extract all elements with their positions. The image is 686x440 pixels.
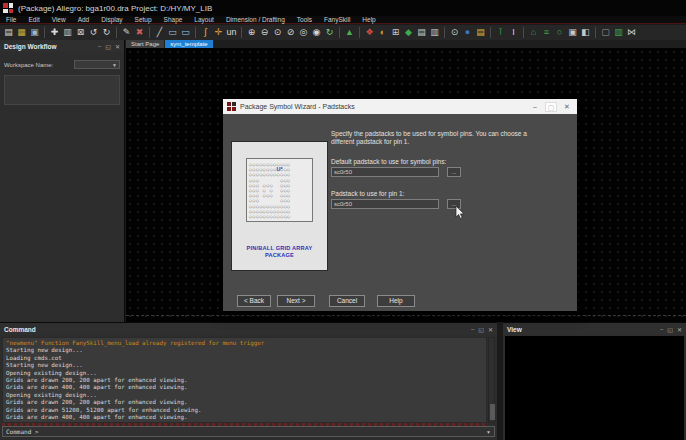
toolbar-separator [444,27,445,38]
zoom-previous-icon[interactable]: ◉ [310,26,323,39]
pin-icon[interactable]: ✎ [120,26,133,39]
pin1-padstack-input[interactable] [331,199,439,209]
menu-setup[interactable]: Setup [129,16,158,23]
menu-tools[interactable]: Tools [291,16,318,23]
move-icon[interactable]: ✛ [212,26,225,39]
add-icon[interactable]: ✚ [48,26,61,39]
command-log: "newmenu" Function FanySkill_menu_load a… [2,337,487,423]
toolbar-separator [595,27,596,38]
edit-text-icon[interactable]: ▭ [179,26,192,39]
next-button[interactable]: Next > [277,295,315,307]
log-line: Opening existing design... [6,392,483,399]
menu-help[interactable]: Help [356,16,381,23]
dialog-titlebar[interactable]: Package Symbol Wizard - Padstacks – ▢ ✕ [223,99,577,114]
default-padstack-browse-button[interactable]: ... [447,167,461,177]
list-icon[interactable]: ≡ [540,26,553,39]
zoom-out-icon[interactable]: ⊖ [258,26,271,39]
color-wheel-icon[interactable]: ◐ [376,26,389,39]
zoom-in-icon[interactable]: ⊕ [245,26,258,39]
workspace-name-select[interactable]: ▼ [74,60,120,69]
zcopy-icon[interactable]: ▲ [343,26,356,39]
pin1-padstack-label: Padstack to use for pin 1: [331,190,404,197]
delete-icon[interactable]: ⊠ [74,26,87,39]
tab-start-page[interactable]: Start Page [126,40,164,48]
shadow-mode-icon[interactable]: ● [461,26,474,39]
minimize-icon[interactable]: – [660,326,663,332]
add-text-icon[interactable]: ▭ [166,26,179,39]
undo-icon[interactable]: ↺ [87,26,100,39]
minimize-icon[interactable]: – [98,43,101,49]
log-line: Loading cmds.cot [6,355,483,362]
preview-caption: PIN/BALL GRID ARRAY PACKAGE [232,245,327,258]
film-icon[interactable]: ⋈ [625,26,638,39]
dialog-maximize-icon[interactable]: ▢ [545,102,557,112]
spline-icon[interactable]: ʃ [199,26,212,39]
camera-icon[interactable]: ▢ [599,26,612,39]
text-tool-icon[interactable]: I [507,26,520,39]
help-button[interactable]: Help [377,295,415,307]
zoom-fit-icon[interactable]: ⊘ [284,26,297,39]
tab-sym-template[interactable]: sym_template [165,40,212,48]
toolbar-separator [44,27,45,38]
clipboard-icon[interactable]: ▥ [612,26,625,39]
board-icon[interactable]: ▤ [474,26,487,39]
new-drawing-icon[interactable]: ▤ [2,26,15,39]
add-line-icon[interactable]: ╱ [153,26,166,39]
tab-strip: Start Pagesym_template [126,40,686,48]
float-icon[interactable]: ◱ [667,326,673,333]
layers-icon[interactable]: ◆ [402,26,415,39]
back-button[interactable]: < Back [237,295,271,307]
menu-layout[interactable]: Layout [188,16,220,23]
visibility-icon[interactable]: ⊙ [448,26,461,39]
menu-shape[interactable]: Shape [158,16,189,23]
dialog-close-icon[interactable]: ✕ [561,103,573,111]
log-scrollbar-thumb[interactable] [490,404,495,420]
unrats-icon[interactable]: un [225,26,238,39]
save-drawing-icon[interactable]: ▣ [28,26,41,39]
design-workflow-header: Design Workflow – ◱ ✕ [0,40,124,52]
contrast-icon[interactable]: ◧ [579,26,592,39]
command-prompt[interactable]: Command > ▼ [2,426,495,437]
pin-tool-icon[interactable]: ⊺ [494,26,507,39]
log-line: Grids are drawn 400, 400 apart for enhan… [6,414,483,421]
log-scrollbar[interactable] [488,337,495,423]
menu-dimension-drafting[interactable]: Dimension / Drafting [220,16,291,23]
default-padstack-label: Default padstack to use for symbol pins: [331,158,446,165]
package-symbol-wizard-dialog: Package Symbol Wizard - Padstacks – ▢ ✕ … [222,98,578,312]
menu-fanyskill[interactable]: FanySkill [318,16,356,23]
close-icon[interactable]: ✕ [488,326,493,333]
close-icon[interactable]: ✕ [677,326,682,333]
close-icon[interactable]: ✕ [115,43,120,50]
paste-icon[interactable]: ▥ [61,26,74,39]
float-icon[interactable]: ◱ [478,326,484,333]
toolbar: ▤▦▣✚▥⊠↺↻✎✖╱▭▭ʃ✛un⊕⊖⊙⊘◎◉↻▲❖◐⊞◆▤▥⊙●▤⊺I⌂≡○▣… [0,25,686,40]
chevron-down-icon[interactable]: ▼ [486,429,491,435]
color-dialog-icon[interactable]: ❖ [363,26,376,39]
unpin-icon[interactable]: ✖ [133,26,146,39]
redo-icon[interactable]: ↻ [100,26,113,39]
image-icon[interactable]: ▣ [566,26,579,39]
menu-add[interactable]: Add [72,16,96,23]
minimize-icon[interactable]: – [471,326,474,332]
menu-display[interactable]: Display [95,16,128,23]
refdes-label: U* [232,166,327,172]
copy-icon[interactable]: ⊞ [389,26,402,39]
zoom-world-icon[interactable]: ◎ [297,26,310,39]
report-icon[interactable]: ▥ [428,26,441,39]
dialog-minimize-icon[interactable]: – [529,103,541,110]
log-line: Starting new design... [6,362,483,369]
open-drawing-icon[interactable]: ▦ [15,26,28,39]
view-content[interactable] [505,336,684,440]
search-icon[interactable]: ○ [553,26,566,39]
cancel-button[interactable]: Cancel [329,295,365,307]
menu-file[interactable]: File [0,16,22,23]
properties-icon[interactable]: ▤ [415,26,428,39]
float-icon[interactable]: ◱ [105,43,111,50]
zoom-by-points-icon[interactable]: ⊙ [271,26,284,39]
home-icon[interactable]: ⌂ [527,26,540,39]
default-padstack-input[interactable] [331,167,439,177]
redraw-icon[interactable]: ↻ [323,26,336,39]
menu-edit[interactable]: Edit [22,16,45,23]
workflow-list[interactable] [4,75,120,105]
menu-view[interactable]: View [46,16,72,23]
